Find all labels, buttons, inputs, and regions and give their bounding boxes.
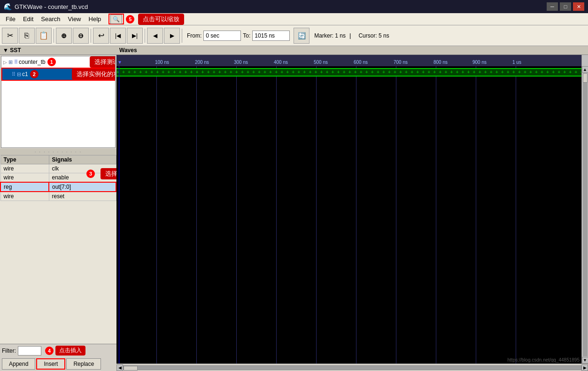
wave-pattern: + + + + + + + + + + + + + + + + + + + + … <box>116 70 581 75</box>
ruler-1us: 1 us <box>512 60 521 65</box>
append-button[interactable]: Append <box>2 358 35 370</box>
signals-table: Type Signals wire clk wire enable reg <box>0 155 116 201</box>
wave-bar: + + + + + + + + + + + + + + + + + + + + … <box>116 68 581 77</box>
right-scroll-top <box>581 55 588 66</box>
scroll-left-btn[interactable]: ◀ <box>116 364 123 371</box>
scroll-up-btn[interactable]: ▲ <box>582 66 588 73</box>
scroll-v-track[interactable] <box>583 73 588 356</box>
menu-help[interactable]: Help <box>85 15 105 23</box>
from-label: From: <box>187 32 201 39</box>
menu-file[interactable]: File <box>2 15 19 23</box>
scroll-down-btn[interactable]: ▼ <box>582 357 588 363</box>
end-button[interactable]: ▶| <box>127 28 143 44</box>
wave-content-wrapper: + + + + + + + + + + + + + + + + + + + + … <box>116 66 588 363</box>
signal-row-enable[interactable]: wire enable <box>0 173 116 183</box>
sst-item-counter-tb[interactable]: ▷ ⊞ ⠿ counter_tb 1 选择测试模块 <box>1 56 115 68</box>
close-button[interactable]: ✕ <box>573 2 584 11</box>
waves-panel: Waves ▼ 100 ns 200 ns 300 ns 400 ns 500 … <box>116 46 588 371</box>
scroll-h-track[interactable] <box>123 365 581 370</box>
ruler-400ns: 400 ns <box>274 60 288 65</box>
copy-button[interactable]: ⎘ <box>19 28 35 44</box>
to-input[interactable] <box>252 31 290 41</box>
info-sep: | <box>349 32 351 39</box>
type-wire-reset: wire <box>0 192 49 201</box>
menu-view[interactable]: View <box>64 15 85 23</box>
signal-row-reset[interactable]: wire reset <box>0 192 116 201</box>
begin-button[interactable]: |◀ <box>110 28 126 44</box>
scroll-right-btn[interactable]: ▶ <box>581 364 588 371</box>
module-icon-c1: ⠿ <box>12 71 15 77</box>
to-label: To: <box>243 32 250 39</box>
right-scrollbar[interactable]: ▲ ▼ <box>581 66 588 363</box>
menu-edit[interactable]: Edit <box>19 15 37 23</box>
wave-content[interactable]: + + + + + + + + + + + + + + + + + + + + … <box>116 66 581 363</box>
sst-label-counter-tb: counter_tb <box>19 59 46 65</box>
vgrid-1 <box>156 66 157 363</box>
chip-icon: ⊟ <box>17 71 21 77</box>
refresh-button[interactable]: 🔄 <box>294 28 309 44</box>
sep-3 <box>145 29 145 43</box>
from-input[interactable] <box>203 31 241 41</box>
zoom-in-button[interactable]: ⊕ <box>56 28 72 44</box>
dots-icon: ⠿ <box>14 59 18 65</box>
signal-reset: reset <box>49 192 116 201</box>
window-title: GTKWave - counter_tb.vcd <box>15 3 547 10</box>
waves-header: Waves <box>116 46 588 55</box>
ruler-700ns: 700 ns <box>394 60 408 65</box>
undo-button[interactable]: ↩ <box>93 28 109 44</box>
vgrid-8 <box>436 66 436 363</box>
main-area: ▼ SST ▷ ⊞ ⠿ counter_tb 1 选择测试模块 ⠿ <box>0 46 588 371</box>
menubar: File Edit Search View Help 🔍 5 点击可以缩放 <box>0 13 588 25</box>
replace-button[interactable]: Replace <box>66 358 101 370</box>
type-reg-out: reg <box>0 182 49 192</box>
signals-table-area: Type Signals wire clk wire enable reg <box>0 155 116 344</box>
signal-row-clk[interactable]: wire clk <box>0 164 116 173</box>
type-wire-enable: wire <box>0 173 49 183</box>
insert-button[interactable]: Insert <box>36 358 65 370</box>
marker-info: Marker: 1 ns <box>314 32 346 39</box>
vgrid-5 <box>316 66 317 363</box>
sst-tree[interactable]: ▷ ⊞ ⠿ counter_tb 1 选择测试模块 ⠿ ⊟ c1 2 选 <box>1 56 116 148</box>
signal-row-out[interactable]: reg out[7:0] <box>0 182 116 192</box>
zoom-out-button[interactable]: ⊖ <box>73 28 89 44</box>
annotation-5-text: 点击可以缩放 <box>138 14 184 25</box>
ruler-100ns: 100 ns <box>155 60 169 65</box>
watermark: https://blog.csdn.net/qq_44851895 <box>508 357 580 363</box>
vgrid-4 <box>276 66 277 363</box>
window-controls[interactable]: ─ □ ✕ <box>547 2 584 11</box>
ruler-800ns: 800 ns <box>433 60 448 65</box>
maximize-button[interactable]: □ <box>560 2 571 11</box>
signal-clk: clk <box>49 164 116 173</box>
vgrid-7 <box>396 66 396 363</box>
zoom-fit-icon-highlighted[interactable]: 🔍 <box>110 15 122 24</box>
scroll-h-thumb[interactable] <box>124 366 138 371</box>
filter-bar: Filter: 4 点击插入 <box>0 344 116 357</box>
paste-button[interactable]: 📋 <box>36 28 52 44</box>
filter-input[interactable] <box>18 346 41 356</box>
annotation-2-bubble: 选择实例化的功能模块 <box>72 69 116 80</box>
badge-1: 1 <box>47 58 56 66</box>
panel-divider[interactable]: · · · · · · · · · · · <box>0 149 116 155</box>
scroll-v-thumb[interactable] <box>583 73 588 83</box>
prev-button[interactable]: ◀ <box>147 28 163 44</box>
annotation-4-bubble: 点击插入 <box>55 346 85 356</box>
sst-tree-area: ▷ ⊞ ⠿ counter_tb 1 选择测试模块 ⠿ ⊟ c1 2 选 <box>0 55 116 149</box>
vgrid-10 <box>516 66 516 363</box>
cut-button[interactable]: ✂ <box>2 28 18 44</box>
minimize-button[interactable]: ─ <box>547 2 558 11</box>
expand-icon: ▷ <box>3 60 7 65</box>
next-button[interactable]: ▶ <box>164 28 180 44</box>
annotation-1-bubble: 选择测试模块 <box>90 56 116 68</box>
filter-label: Filter: <box>2 348 16 354</box>
menu-search[interactable]: Search <box>37 15 64 23</box>
titlebar: 🌊 GTKWave - counter_tb.vcd ─ □ ✕ <box>0 0 588 13</box>
sst-item-c1[interactable]: ⠿ ⊟ c1 2 选择实例化的功能模块 <box>1 68 115 81</box>
h-scrollbar[interactable]: ◀ ▶ <box>116 363 588 371</box>
cursor-info: Cursor: 5 ns <box>358 32 389 39</box>
ruler-200ns: 200 ns <box>195 60 209 65</box>
ruler-500ns: 500 ns <box>314 60 328 65</box>
waves-ruler: ▼ 100 ns 200 ns 300 ns 400 ns 500 ns 600… <box>116 55 581 66</box>
ruler-600ns: 600 ns <box>354 60 368 65</box>
signal-enable: enable <box>49 173 116 183</box>
sst-label-c1: c1 <box>22 71 28 77</box>
